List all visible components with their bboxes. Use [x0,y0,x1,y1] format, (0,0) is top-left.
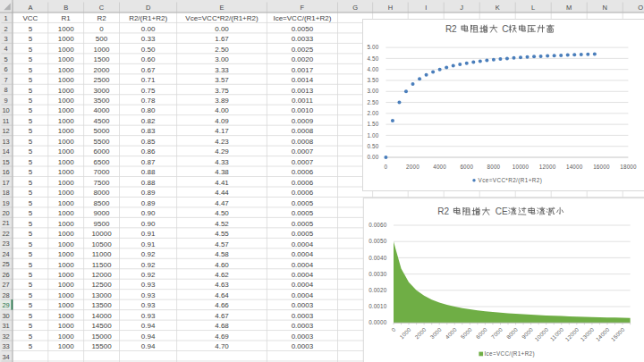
svg-text:5: 5 [29,250,33,258]
svg-text:0.93: 0.93 [141,301,156,309]
svg-text:12000: 12000 [539,164,556,170]
svg-text:4.00: 4.00 [215,106,229,114]
svg-text:5: 5 [29,55,33,63]
svg-text:6000: 6000 [460,164,473,170]
svg-text:2.50: 2.50 [367,99,378,105]
svg-text:17: 17 [2,179,9,187]
svg-text:5: 5 [29,147,33,156]
svg-text:0.0017: 0.0017 [292,66,314,74]
svg-text:30: 30 [2,312,9,320]
svg-text:5: 5 [29,97,33,105]
svg-text:4.60: 4.60 [215,261,229,269]
svg-text:0.0010: 0.0010 [292,106,314,114]
svg-text:25: 25 [2,260,9,268]
svg-text:5: 5 [29,291,33,299]
svg-text:R2: R2 [97,14,106,22]
svg-text:6500: 6500 [94,158,110,166]
svg-text:12: 12 [2,127,9,135]
svg-text:CE: CE [496,206,508,216]
svg-text:9000: 9000 [94,209,110,217]
svg-text:4: 4 [4,45,8,53]
svg-text:0.0004: 0.0004 [292,240,314,248]
svg-text:9500: 9500 [94,220,110,228]
svg-text:5000: 5000 [94,127,110,135]
svg-text:27: 27 [2,281,9,289]
svg-text:D: D [146,4,151,12]
svg-text:8500: 8500 [94,199,110,207]
svg-text:C: C [99,4,105,12]
svg-text:1000: 1000 [58,25,74,33]
svg-text:31: 31 [2,322,9,330]
svg-text:15500: 15500 [91,342,112,350]
svg-text:4500: 4500 [94,117,110,125]
svg-text:0.0033: 0.0033 [292,35,314,43]
svg-text:0.0004: 0.0004 [292,291,314,299]
svg-text:0.0020: 0.0020 [292,55,314,63]
svg-text:0.00: 0.00 [215,25,229,33]
svg-text:1000: 1000 [58,179,74,187]
svg-text:0.0025: 0.0025 [292,46,314,54]
svg-text:0.0004: 0.0004 [292,271,314,279]
svg-text:0.75: 0.75 [141,87,156,95]
svg-text:0.94: 0.94 [141,322,156,330]
svg-text:4.64: 4.64 [215,291,229,299]
svg-text:0.71: 0.71 [141,76,156,84]
svg-text:1000: 1000 [58,312,74,320]
svg-text:34: 34 [2,353,9,361]
svg-text:21: 21 [2,219,9,227]
svg-text:0.0008: 0.0008 [292,127,314,135]
svg-text:4.63: 4.63 [215,281,229,289]
svg-text:9: 9 [4,97,8,105]
svg-text:1000: 1000 [58,271,74,279]
svg-text:5: 5 [29,220,33,228]
svg-text:2: 2 [4,25,8,33]
svg-text:1000: 1000 [58,189,74,197]
svg-text:K: K [496,4,500,12]
svg-text:B: B [64,4,68,12]
svg-text:R1: R1 [62,14,72,22]
svg-text:0.85: 0.85 [141,138,156,146]
svg-text:2000: 2000 [406,164,419,170]
svg-text:0.93: 0.93 [141,281,156,289]
svg-text:3000: 3000 [94,87,110,95]
svg-text:0.0003: 0.0003 [292,342,314,350]
svg-text:0.87: 0.87 [141,158,156,166]
svg-text:0: 0 [99,25,104,33]
svg-text:I: I [425,4,427,12]
svg-text:1000: 1000 [58,220,74,228]
svg-text:5: 5 [29,138,33,146]
svg-text:0.90: 0.90 [141,209,156,217]
svg-text:1500: 1500 [94,55,110,63]
svg-text:5: 5 [29,76,33,84]
svg-text:0.88: 0.88 [141,179,156,187]
svg-text:0.0020: 0.0020 [369,287,387,293]
svg-text:1000: 1000 [58,199,74,207]
svg-text:L: L [531,4,535,12]
svg-text:15000: 15000 [91,333,112,341]
svg-text:0.0007: 0.0007 [292,147,314,156]
svg-text:0.0011: 0.0011 [292,97,313,105]
svg-text:32: 32 [2,333,9,341]
svg-text:1.00: 1.00 [367,132,378,139]
svg-text:24: 24 [2,250,9,258]
svg-text:10500: 10500 [91,240,112,248]
svg-text:8: 8 [4,86,8,94]
svg-text:1000: 1000 [58,66,74,74]
svg-text:4.66: 4.66 [215,301,229,309]
svg-text:3.50: 3.50 [367,77,378,83]
svg-text:F: F [301,4,305,12]
svg-text:0.0013: 0.0013 [292,87,314,95]
svg-text:R2: R2 [445,24,457,34]
svg-text:0.0003: 0.0003 [292,301,314,309]
svg-text:0.0050: 0.0050 [369,238,387,244]
svg-text:5: 5 [29,168,33,176]
svg-text:0.0006: 0.0006 [292,189,314,197]
svg-text:4.44: 4.44 [215,189,229,197]
svg-text:5: 5 [29,342,33,350]
svg-text:4.29: 4.29 [215,147,229,156]
svg-text:1000: 1000 [58,147,74,156]
svg-text:5: 5 [29,66,33,74]
svg-text:5: 5 [29,209,33,217]
svg-text:5.00: 5.00 [367,44,378,50]
svg-text:0.50: 0.50 [367,143,378,149]
